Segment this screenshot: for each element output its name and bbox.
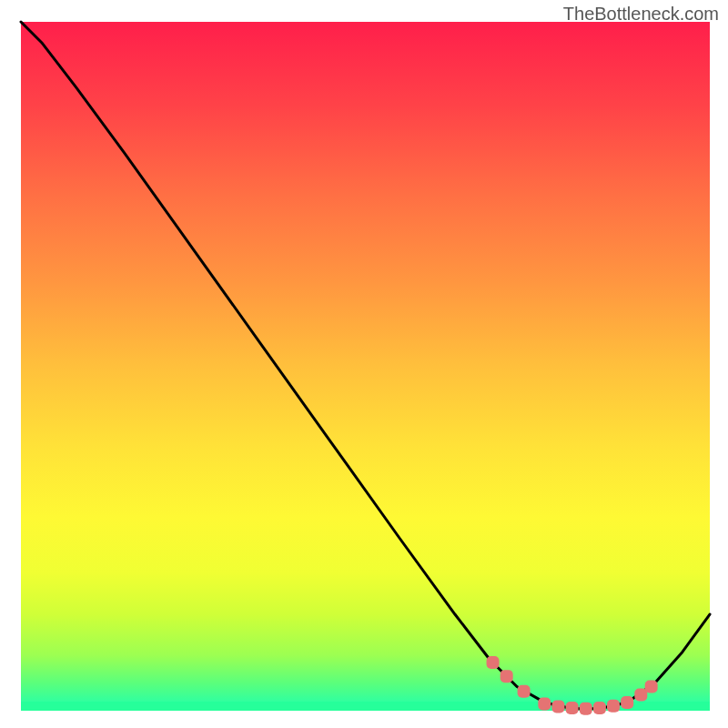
svg-rect-8 [580,703,592,715]
svg-rect-4 [518,685,531,698]
svg-rect-7 [566,702,579,714]
svg-rect-3 [500,670,513,682]
svg-rect-13 [645,681,658,693]
attribution-label: TheBottleneck.com [563,4,719,25]
svg-rect-2 [487,656,500,669]
bottleneck-chart: TheBottleneck.com [0,0,728,728]
svg-rect-10 [607,700,620,713]
svg-rect-5 [538,697,551,710]
svg-rect-6 [551,700,564,713]
svg-rect-11 [621,696,633,709]
chart-svg [0,0,728,728]
svg-rect-0 [21,22,710,711]
svg-rect-9 [593,702,606,714]
